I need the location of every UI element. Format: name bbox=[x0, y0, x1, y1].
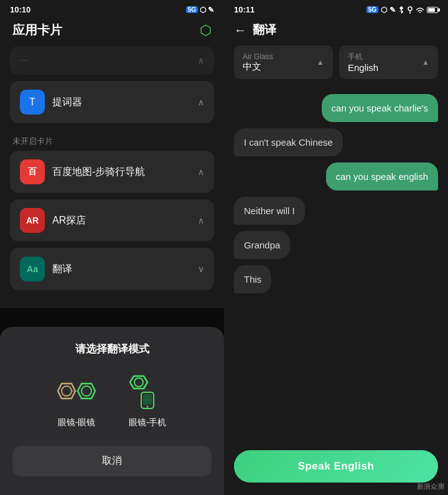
app-icons-left: 5G ⬡ ✎ bbox=[186, 6, 214, 14]
back-button[interactable]: ← bbox=[234, 23, 246, 37]
prompter-chevron: ∧ bbox=[198, 97, 204, 107]
time-right: 10:11 bbox=[234, 5, 254, 14]
prompter-icon: T bbox=[20, 90, 45, 115]
glasses-glasses-icon bbox=[57, 371, 96, 411]
chat-area: can you speak charlie's I can't speak Ch… bbox=[224, 88, 448, 443]
translate-label: 翻译 bbox=[52, 263, 72, 276]
modal-options: 眼镜-眼镜 眼镜-手 bbox=[12, 371, 212, 428]
speak-button[interactable]: Speak English bbox=[234, 450, 438, 483]
message-3: can you speak english bbox=[326, 163, 438, 191]
translate-chevron: ∨ bbox=[198, 264, 204, 274]
card-ar-shop[interactable]: AR AR探店 ∧ bbox=[10, 199, 214, 242]
status-bar-left: 10:10 5G ⬡ ✎ bbox=[0, 0, 224, 17]
svg-point-7 bbox=[408, 7, 412, 11]
svg-point-6 bbox=[147, 406, 149, 408]
svg-point-3 bbox=[134, 378, 143, 387]
svg-point-0 bbox=[62, 386, 72, 396]
speak-btn-area: Speak English bbox=[224, 443, 448, 495]
baidu-label: 百度地图-步骑行导航 bbox=[52, 166, 145, 179]
left-title: 应用卡片 bbox=[12, 22, 62, 39]
lang-right-name: 手机 bbox=[348, 52, 378, 62]
lang-left-arrow: ▲ bbox=[317, 58, 324, 67]
modal-overlay: 请选择翻译模式 bbox=[0, 308, 224, 495]
translate-icon: Aa bbox=[20, 257, 45, 281]
option2-label: 眼镜-手机 bbox=[129, 417, 167, 428]
baidu-icon: 百 bbox=[20, 159, 45, 184]
baidu-chevron: ∧ bbox=[198, 167, 204, 177]
message-6: This bbox=[234, 265, 271, 293]
card-prompter[interactable]: T 提词器 ∧ bbox=[10, 81, 214, 123]
lang-right-box[interactable]: 手机 English ▲ bbox=[339, 45, 438, 79]
svg-point-1 bbox=[82, 386, 91, 396]
svg-rect-5 bbox=[143, 394, 152, 405]
modal-title: 请选择翻译模式 bbox=[12, 342, 212, 356]
lang-right-arrow: ▲ bbox=[422, 58, 429, 67]
left-header: 应用卡片 ⬡ bbox=[0, 17, 224, 46]
wifi-icon bbox=[416, 6, 424, 14]
status-icons-right: 5G ⬡ ✎ bbox=[366, 6, 438, 14]
language-selector: Air Glass 中文 ▲ 手机 English ▲ bbox=[224, 45, 448, 88]
bluetooth-icon bbox=[398, 6, 404, 14]
status-bar-right: 10:11 5G ⬡ ✎ bbox=[224, 0, 448, 17]
status-icons-left: 5G ⬡ ✎ bbox=[186, 6, 214, 14]
message-1: can you speak charlie's bbox=[322, 94, 438, 122]
lang-left-name: Air Glass bbox=[243, 52, 273, 61]
battery-icon bbox=[427, 7, 438, 13]
right-panel: 10:11 5G ⬡ ✎ ← 翻译 Air Glass 中文 bbox=[224, 0, 448, 495]
lang-left-val: 中文 bbox=[243, 61, 273, 73]
option-glasses-phone[interactable]: 眼镜-手机 bbox=[128, 371, 167, 428]
time-left: 10:10 bbox=[10, 5, 30, 14]
message-2: I can't speak Chinese bbox=[234, 128, 343, 156]
card-top-partial[interactable]: ··· ∧ bbox=[10, 46, 214, 75]
lang-left-box[interactable]: Air Glass 中文 ▲ bbox=[234, 45, 333, 79]
ar-label: AR探店 bbox=[52, 214, 86, 227]
modal-sheet: 请选择翻译模式 bbox=[0, 327, 224, 495]
grid-icon[interactable]: ⬡ bbox=[200, 22, 212, 39]
ar-icon: AR bbox=[20, 208, 45, 233]
option-glasses-glasses[interactable]: 眼镜-眼镜 bbox=[57, 371, 96, 428]
card-translate[interactable]: Aa 翻译 ∨ bbox=[10, 248, 214, 290]
ar-chevron: ∧ bbox=[198, 215, 204, 225]
option1-label: 眼镜-眼镜 bbox=[58, 417, 96, 428]
message-5: Grandpa bbox=[234, 231, 290, 259]
right-header: ← 翻译 bbox=[224, 17, 448, 45]
location-icon bbox=[407, 6, 413, 14]
watermark: 新浪众测 bbox=[417, 482, 444, 491]
prompter-label: 提词器 bbox=[52, 96, 82, 109]
glasses-phone-icon bbox=[128, 371, 167, 411]
chevron-icon: ∧ bbox=[198, 55, 204, 65]
page-title: 翻译 bbox=[253, 22, 276, 38]
lang-right-val: English bbox=[348, 62, 378, 73]
cancel-button[interactable]: 取消 bbox=[12, 446, 212, 476]
message-4: Neither will I bbox=[234, 197, 305, 225]
card-baidu-map[interactable]: 百 百度地图-步骑行导航 ∧ bbox=[10, 151, 214, 193]
section-label-disabled: 未开启卡片 bbox=[10, 130, 214, 151]
left-panel: 10:10 5G ⬡ ✎ 应用卡片 ⬡ ··· ∧ T bbox=[0, 0, 224, 495]
